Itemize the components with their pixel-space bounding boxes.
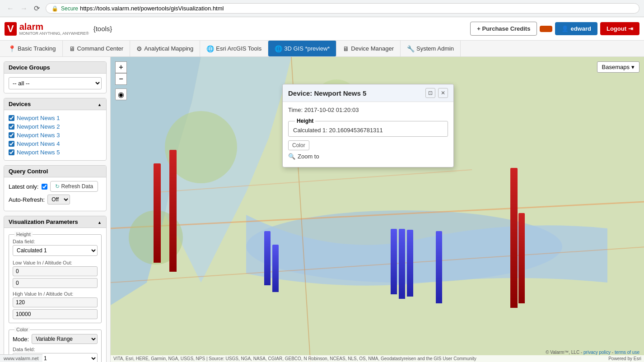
high-value-in-input[interactable] — [13, 297, 98, 307]
device-checkbox-nn3[interactable] — [9, 132, 14, 138]
popup-close-button[interactable]: ✕ — [438, 88, 448, 98]
basemaps-button[interactable]: Basemaps ▾ — [597, 61, 639, 73]
color-mode-select[interactable]: Variable Range Fixed Categorical — [32, 334, 98, 344]
logo-name: alarm — [19, 22, 43, 31]
device-checkbox-nn4[interactable] — [9, 141, 14, 147]
viz-params-section: Visualization Parameters Height Data fie… — [4, 216, 107, 362]
device-link-nn2[interactable]: Newport News 2 — [17, 123, 60, 130]
edward-button[interactable]: 👤 edward — [555, 22, 597, 35]
bar-3d-4 — [272, 245, 279, 292]
refresh-data-button[interactable]: ↻ Refresh Data — [50, 181, 98, 192]
zoom-in-button[interactable]: + — [115, 61, 127, 73]
auto-refresh-select[interactable]: Off 30s 1m 5m — [47, 195, 70, 204]
logo-text-area: alarm MONITOR ANYTHING, ANYWHERE® — [19, 22, 89, 36]
device-checkbox-nn1[interactable] — [9, 115, 14, 121]
sidebar: Device Groups -- all -- Devices Newport … — [0, 57, 111, 362]
low-value-in-input[interactable] — [13, 266, 98, 276]
latest-only-label: Latest only: — [9, 183, 39, 190]
newport-news-button[interactable] — [540, 26, 552, 32]
viz-params-header[interactable]: Visualization Parameters — [4, 216, 106, 228]
popup-body: Time: 2017-10-02 01:20:03 Height Calcula… — [283, 102, 453, 167]
gear-icon: ⚙ — [136, 45, 142, 52]
bar-3d-10 — [518, 213, 525, 303]
zoom-icon: 🔍 — [288, 153, 295, 160]
height-data-field-select[interactable]: Calculated 1 Calculated 2 Sensor 1 — [13, 245, 98, 256]
high-value-label: High Value In / Altitude Out: — [13, 291, 98, 297]
query-control-section: Query Control Latest only: ↻ Refresh Dat… — [4, 165, 107, 211]
viz-params-label: Visualization Parameters — [9, 218, 78, 225]
sidebar-item-esri-arcgis[interactable]: 🌐 Esri ArcGIS Tools — [200, 41, 268, 56]
compass-button[interactable]: ◉ — [115, 88, 127, 100]
viz-params-collapse-icon — [98, 218, 102, 225]
high-value-out-input[interactable] — [13, 309, 98, 319]
nav-label-3d-gis: 3D GIS *preview* — [284, 45, 330, 52]
device-link-nn5[interactable]: Newport News 5 — [17, 149, 60, 156]
bar-3d-3 — [264, 231, 271, 285]
map-controls: + − ◉ — [115, 61, 127, 100]
basemaps-label: Basemaps — [602, 64, 630, 70]
list-item: Newport News 2 — [9, 122, 102, 131]
device-checkbox-nn2[interactable] — [9, 124, 14, 130]
list-item: Newport News 4 — [9, 139, 102, 148]
device-groups-select[interactable]: -- all -- — [9, 77, 102, 89]
popup-height-legend: Height — [295, 118, 315, 124]
secure-label: Secure — [61, 5, 78, 12]
desktop-icon: 🖥 — [343, 45, 349, 52]
device-groups-body: -- all -- — [4, 74, 106, 93]
nav-label-device-manager: Device Manager — [351, 45, 394, 52]
status-bar: www.valarm.net — [0, 354, 42, 362]
device-groups-label: Device Groups — [9, 64, 50, 71]
map-attribution: VITA, Esri, HERE, Garmin, NGA, USGS, NPS… — [111, 355, 644, 362]
compass-icon: ◉ — [118, 90, 124, 99]
bar-3d-9 — [510, 168, 518, 308]
popup-zoom-button[interactable]: 🔍 Zoom to — [288, 150, 448, 162]
sidebar-item-command-center[interactable]: 🖥 Command Center — [63, 41, 131, 56]
back-button[interactable]: ← — [5, 4, 16, 14]
popup-controls: ⊡ ✕ — [425, 88, 448, 98]
device-link-nn4[interactable]: Newport News 4 — [17, 140, 60, 147]
privacy-policy-link[interactable]: privacy policy — [583, 350, 611, 355]
list-item: Newport News 5 — [9, 148, 102, 157]
sidebar-item-analytical-mapping[interactable]: ⚙ Analytical Mapping — [130, 41, 200, 56]
powered-by: Powered by Esri — [608, 356, 641, 361]
attribution-text: VITA, Esri, HERE, Garmin, NGA, USGS, NPS… — [113, 356, 476, 361]
main-layout: Device Groups -- all -- Devices Newport … — [0, 57, 644, 362]
logout-button[interactable]: Logout ⇥ — [600, 22, 639, 35]
globe-icon-3d: 🌐 — [275, 45, 282, 52]
forward-button[interactable]: → — [18, 4, 30, 14]
sidebar-item-basic-tracking[interactable]: 📍 Basic Tracking — [2, 41, 63, 56]
auto-refresh-row: Auto-Refresh: Off 30s 1m 5m — [9, 195, 102, 204]
bar-3d-5 — [391, 229, 397, 294]
popup-scroll-area[interactable]: Time: 2017-10-02 01:20:03 Height Calcula… — [288, 107, 448, 162]
url-bar[interactable]: 🔒 Secure https://tools.valarm.net/powert… — [46, 3, 639, 14]
map-area[interactable]: + − ◉ Basemaps ▾ Device: Newport News 5 … — [111, 57, 644, 362]
devices-header[interactable]: Devices — [4, 98, 106, 110]
globe-icon-esri: 🌐 — [206, 45, 214, 52]
lock-icon: 🔒 — [51, 5, 58, 12]
sidebar-item-device-manager[interactable]: 🖥 Device Manager — [336, 41, 401, 56]
auto-refresh-label: Auto-Refresh: — [9, 196, 45, 203]
popup-color-label: Color — [288, 140, 309, 150]
monitor-icon: 🖥 — [69, 45, 75, 52]
sidebar-item-3d-gis[interactable]: 🌐 3D GIS *preview* — [268, 41, 336, 56]
device-link-nn3[interactable]: Newport News 3 — [17, 132, 60, 139]
zoom-out-button[interactable]: − — [115, 73, 127, 85]
low-value-out-input[interactable] — [13, 278, 98, 288]
device-checkbox-nn5[interactable] — [9, 149, 14, 155]
bar-3d-8 — [436, 231, 442, 303]
query-control-body: Latest only: ↻ Refresh Data Auto-Refresh… — [4, 177, 106, 211]
terms-of-use-link[interactable]: terms of use — [615, 350, 639, 355]
list-item: Newport News 1 — [9, 114, 102, 122]
sidebar-item-system-admin[interactable]: 🔧 System Admin — [401, 41, 461, 56]
popup-title: Device: Newport News 5 — [288, 89, 366, 97]
latest-only-checkbox[interactable] — [42, 184, 47, 190]
purchase-credits-button[interactable]: Purchase Credits — [470, 22, 537, 36]
wrench-icon: 🔧 — [407, 45, 415, 52]
pin-icon: 📍 — [8, 45, 16, 52]
device-link-nn1[interactable]: Newport News 1 — [17, 115, 60, 121]
nav-label-system-admin: System Admin — [416, 45, 454, 52]
nav-label-esri-arcgis: Esri ArcGIS Tools — [216, 45, 261, 52]
popup-resize-button[interactable]: ⊡ — [425, 88, 435, 98]
reload-button[interactable]: ⟳ — [32, 3, 42, 14]
devices-body: Newport News 1 Newport News 2 Newport Ne… — [4, 110, 106, 160]
